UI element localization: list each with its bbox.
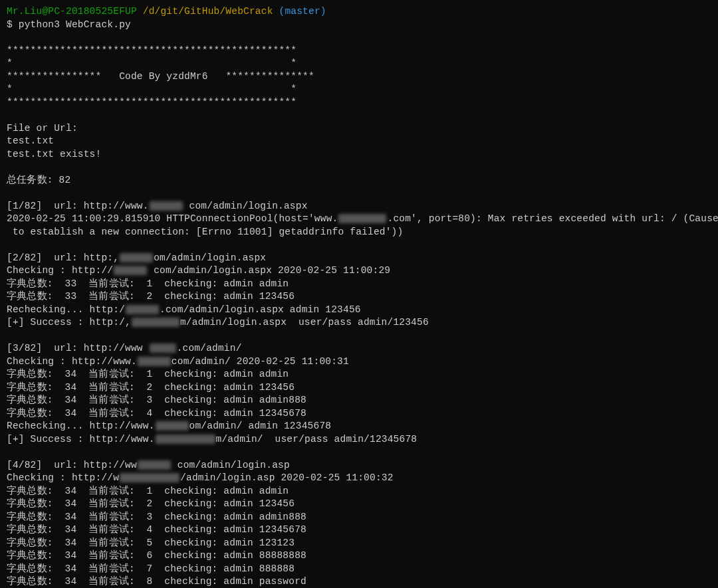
file-input: test.txt bbox=[7, 135, 711, 148]
git-branch: (master) bbox=[273, 6, 326, 17]
redacted-host bbox=[132, 318, 180, 327]
attempt-line: 字典总数: 34 当前尝试: 1 checking: admin admin bbox=[7, 368, 711, 381]
redacted-host bbox=[338, 214, 386, 223]
task-header: [2/82] url: http:,om/admin/login.aspx bbox=[7, 252, 711, 265]
redacted-host bbox=[120, 253, 153, 262]
attempt-line: 字典总数: 34 当前尝试: 7 checking: admin 888888 bbox=[7, 563, 711, 576]
file-prompt: File or Url: bbox=[7, 122, 711, 136]
checking-line: Checking : http:// com/admin/login.aspx … bbox=[7, 264, 711, 278]
task-header: [4/82] url: http://ww com/admin/login.as… bbox=[7, 459, 711, 472]
redacted-host bbox=[138, 460, 171, 470]
attempt-line: 字典总数: 34 当前尝试: 5 checking: admin 123123 bbox=[7, 537, 711, 550]
cwd-path: /d/git/GitHub/WebCrack bbox=[137, 6, 273, 17]
task-header: [1/82] url: http://www. com/admin/login.… bbox=[7, 200, 711, 213]
banner-line: * * bbox=[7, 57, 711, 70]
banner-author-line: **************** Code By yzddMr6 *******… bbox=[7, 70, 711, 84]
user-host: Mr.Liu@PC-20180525EFUP bbox=[7, 6, 137, 17]
attempt-line: 字典总数: 34 当前尝试: 4 checking: admin 1234567… bbox=[7, 407, 711, 421]
attempt-line: 字典总数: 34 当前尝试: 8 checking: admin passwor… bbox=[7, 575, 711, 588]
task-header: [3/82] url: http://www .com/admin/ bbox=[7, 342, 711, 355]
blank-line bbox=[7, 31, 711, 45]
attempt-line: 字典总数: 34 当前尝试: 3 checking: admin admin88… bbox=[7, 511, 711, 524]
attempt-line: 字典总数: 33 当前尝试: 1 checking: admin admin bbox=[7, 278, 711, 291]
attempt-line: 字典总数: 34 当前尝试: 2 checking: admin 123456 bbox=[7, 498, 711, 511]
redacted-host bbox=[114, 266, 147, 275]
blank-line bbox=[7, 446, 711, 459]
attempt-line: 字典总数: 33 当前尝试: 2 checking: admin 123456 bbox=[7, 290, 711, 304]
attempt-line: 字典总数: 34 当前尝试: 2 checking: admin 123456 bbox=[7, 381, 711, 395]
checking-line: Checking : http://www.com/admin/ 2020-02… bbox=[7, 355, 711, 369]
attempt-line: 字典总数: 34 当前尝试: 1 checking: admin admin bbox=[7, 485, 711, 498]
error-line: 2020-02-25 11:00:29.815910 HTTPConnectio… bbox=[7, 213, 711, 226]
blank-line bbox=[7, 239, 711, 252]
redacted-host bbox=[156, 421, 189, 431]
success-line: [+] Success : http:/,m/admin/login.aspx … bbox=[7, 316, 711, 330]
recheck-line: Rechecking... http:/.com/admin/login.asp… bbox=[7, 304, 711, 317]
blank-line bbox=[7, 330, 711, 343]
blank-line bbox=[7, 109, 711, 122]
blank-line bbox=[7, 187, 711, 200]
redacted-host bbox=[150, 201, 183, 211]
redacted-host bbox=[126, 305, 159, 314]
shell-prompt: Mr.Liu@PC-20180525EFUP /d/git/GitHub/Web… bbox=[7, 5, 711, 19]
ps1: $ bbox=[7, 19, 13, 30]
redacted-host bbox=[138, 357, 171, 366]
success-line: [+] Success : http://www.m/admin/ user/p… bbox=[7, 433, 711, 446]
banner-line: ****************************************… bbox=[7, 96, 711, 110]
blank-line bbox=[7, 161, 711, 174]
redacted-host bbox=[156, 435, 215, 444]
recheck-line: Rechecking... http://www.om/admin/ admin… bbox=[7, 420, 711, 433]
command-line: $ python3 WebCrack.py bbox=[7, 19, 711, 32]
redacted-host bbox=[120, 473, 180, 482]
terminal-output[interactable]: Mr.Liu@PC-20180525EFUP /d/git/GitHub/Web… bbox=[7, 5, 711, 588]
banner-line: * * bbox=[7, 83, 711, 96]
redacted-host bbox=[150, 343, 176, 353]
error-line: to establish a new connection: [Errno 11… bbox=[7, 226, 711, 239]
attempt-line: 字典总数: 34 当前尝试: 6 checking: admin 8888888… bbox=[7, 549, 711, 563]
attempt-line: 字典总数: 34 当前尝试: 3 checking: admin admin88… bbox=[7, 394, 711, 407]
file-exists: test.txt exists! bbox=[7, 148, 711, 161]
attempt-line: 字典总数: 34 当前尝试: 4 checking: admin 1234567… bbox=[7, 524, 711, 537]
banner-line: ****************************************… bbox=[7, 45, 711, 58]
command-text: python3 WebCrack.py bbox=[13, 19, 131, 30]
total-tasks: 总任务数: 82 bbox=[7, 174, 711, 187]
checking-line: Checking : http://w/admin/login.asp 2020… bbox=[7, 472, 711, 485]
